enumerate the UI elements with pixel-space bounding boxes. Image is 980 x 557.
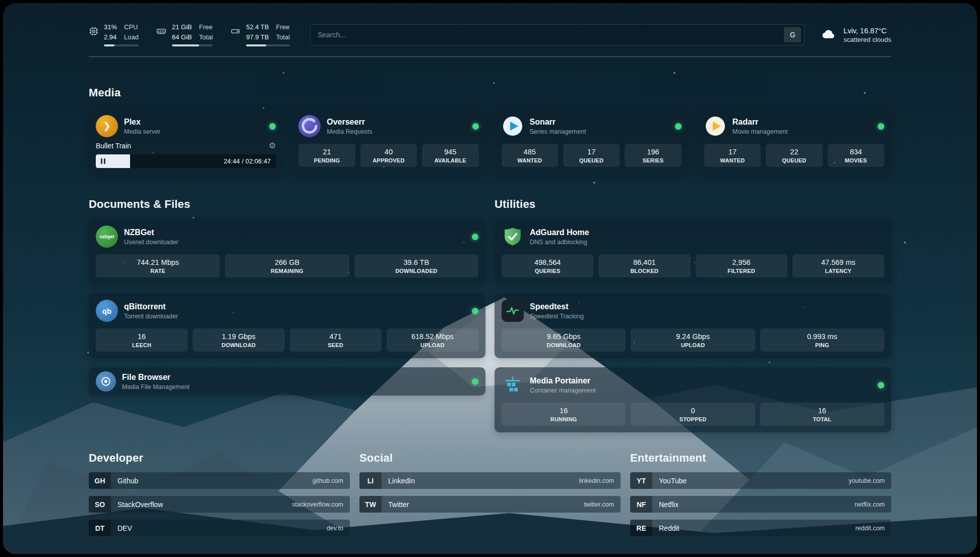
radarr-icon: [704, 115, 726, 137]
service-card-adguard[interactable]: AdGuard Home DNS and adblocking 498,564 …: [495, 219, 891, 284]
adguard-icon: [502, 226, 524, 248]
bookmark-reddit[interactable]: RE Reddit reddit.com: [630, 520, 891, 536]
service-name: AdGuard Home: [530, 228, 589, 237]
bookmark-url: github.com: [313, 477, 343, 484]
bookmark-abbr: LI: [359, 472, 382, 489]
filebrowser-icon: [96, 371, 116, 392]
stat-tile: 40 APPROVED: [360, 144, 417, 167]
stat-tile: 16 RUNNING: [502, 403, 626, 426]
stat-tile: 485 WANTED: [502, 144, 558, 167]
weather-condition: scattered clouds: [843, 36, 891, 43]
bookmark-github[interactable]: GH Github github.com: [89, 472, 350, 489]
service-card-portainer[interactable]: Media Portainer Container management 16 …: [495, 367, 891, 432]
speedtest-icon: [502, 300, 524, 322]
bookmark-abbr: GH: [89, 472, 111, 489]
service-name: Speedtest: [530, 302, 584, 311]
service-card-sonarr[interactable]: Sonarr Series management 485 WANTED 17 Q…: [495, 108, 689, 175]
service-name: File Browser: [122, 373, 190, 382]
bookmark-name: LinkedIn: [388, 477, 415, 485]
bookmark-group-developer: Developer GH Github github.com SO StackO…: [89, 452, 350, 536]
bookmark-url: youtube.com: [848, 477, 885, 484]
cpu-percent: 31%: [104, 23, 117, 31]
service-desc: Usenet downloader: [124, 239, 178, 246]
memory-total: 64 GiB: [172, 33, 192, 41]
stat-tile: 834 MOVIES: [828, 144, 884, 167]
section-title-developer: Developer: [89, 452, 350, 465]
stat-tile: 39.6 TB DOWNLOADED: [354, 254, 478, 277]
service-name: Overseerr: [327, 118, 372, 127]
stat-tile: 266 GB REMAINING: [225, 254, 349, 277]
search-input[interactable]: [318, 31, 784, 39]
status-dot: [878, 123, 884, 130]
bookmark-name: Reddit: [659, 524, 679, 532]
section-title-social: Social: [359, 452, 621, 465]
plex-icon: ❯: [96, 115, 118, 137]
stat-tile: 0 STOPPED: [631, 403, 755, 426]
status-dot: [472, 234, 478, 240]
service-desc: Series management: [530, 128, 586, 135]
service-card-plex[interactable]: ❯ Plex Media server Bullet Train ⚙: [89, 108, 283, 175]
documents-column: Documents & Files nzbget NZBGet Usenet d…: [89, 198, 485, 432]
stat-tile: 9.24 Gbps UPLOAD: [631, 328, 755, 352]
disk-widget: 52.4 TB 97.9 TB Free Total: [230, 23, 290, 46]
stat-tile: 86,401 BLOCKED: [598, 254, 690, 277]
service-name: Radarr: [732, 118, 788, 127]
stat-tile: 618.52 Mbps UPLOAD: [387, 328, 478, 352]
settings-gear-icon[interactable]: ⚙: [269, 142, 276, 150]
bookmark-twitter[interactable]: TW Twitter twitter.com: [359, 496, 621, 513]
service-desc: Movie management: [732, 128, 788, 135]
service-desc: Speedtest Tracking: [530, 313, 584, 320]
bookmark-group-social: Social LI LinkedIn linkedin.com TW Twitt…: [359, 452, 621, 536]
service-name: NZBGet: [124, 228, 178, 237]
bookmark-url: linkedin.com: [579, 477, 614, 484]
stat-tile: 2,956 FILTERED: [696, 254, 787, 277]
service-desc: Media server: [124, 128, 160, 135]
cpu-widget: 31% 2.94 CPU Load: [89, 23, 139, 46]
stat-tile: 196 SERIES: [625, 144, 681, 167]
service-name: Sonarr: [530, 118, 586, 127]
player-time: 24:44 / 02:06:47: [224, 158, 271, 165]
bookmark-url: stackoverflow.com: [292, 501, 343, 508]
section-title-entertainment: Entertainment: [630, 452, 891, 465]
bookmark-url: reddit.com: [855, 525, 885, 532]
pause-button[interactable]: [101, 158, 105, 164]
service-card-speedtest[interactable]: Speedtest Speedtest Tracking 9.65 Gbps D…: [495, 293, 891, 358]
memory-widget: 21 GiB 64 GiB Free Total: [156, 23, 213, 46]
stat-tile: 0.993 ms PING: [760, 328, 884, 352]
search-engine-badge[interactable]: G: [784, 27, 801, 42]
memory-label-top: Free: [199, 23, 213, 31]
bookmark-abbr: DT: [89, 520, 111, 536]
service-card-overseerr[interactable]: Overseerr Media Requests 21 PENDING 40 A…: [291, 108, 485, 175]
service-card-radarr[interactable]: Radarr Movie management 17 WANTED 22 QUE…: [697, 108, 891, 175]
bookmark-group-entertainment: Entertainment YT YouTube youtube.com NF …: [630, 452, 891, 536]
plex-player-bar[interactable]: 24:44 / 02:06:47: [96, 154, 276, 168]
stat-tile: 16 LEECH: [96, 328, 188, 352]
status-dot: [472, 378, 478, 385]
service-name: Media Portainer: [530, 376, 596, 385]
cpu-icon: [89, 26, 99, 38]
status-dot: [472, 308, 478, 314]
service-desc: DNS and adblocking: [530, 239, 589, 246]
bookmark-abbr: RE: [630, 520, 652, 536]
service-card-qbittorrent[interactable]: qb qBittorrent Torrent downloader 16: [89, 293, 485, 358]
disk-total: 97.9 TB: [246, 33, 269, 41]
disk-free: 52.4 TB: [246, 23, 269, 31]
bookmark-stackoverflow[interactable]: SO StackOverflow stackoverflow.com: [89, 496, 350, 513]
bookmark-linkedin[interactable]: LI LinkedIn linkedin.com: [359, 472, 621, 489]
search-bar[interactable]: G: [310, 24, 805, 45]
cpu-label-top: CPU: [124, 23, 139, 31]
service-desc: Container management: [530, 387, 596, 394]
bookmark-abbr: SO: [89, 496, 111, 513]
service-name: Plex: [124, 118, 160, 127]
disk-label-top: Free: [276, 23, 289, 31]
bookmark-netflix[interactable]: NF Netflix netflix.com: [630, 496, 891, 513]
bookmark-youtube[interactable]: YT YouTube youtube.com: [630, 472, 891, 489]
service-card-nzbget[interactable]: nzbget NZBGet Usenet downloader 744.21 M…: [89, 219, 485, 284]
stat-tile: 16 TOTAL: [760, 403, 884, 426]
service-card-filebrowser[interactable]: File Browser Media File Management: [89, 367, 485, 396]
stat-tile: 47.569 ms LATENCY: [792, 254, 884, 277]
bookmark-url: netflix.com: [854, 501, 885, 508]
bookmark-dev[interactable]: DT DEV dev.to: [89, 520, 350, 536]
sonarr-icon: [502, 115, 524, 137]
overseerr-icon: [298, 115, 321, 137]
